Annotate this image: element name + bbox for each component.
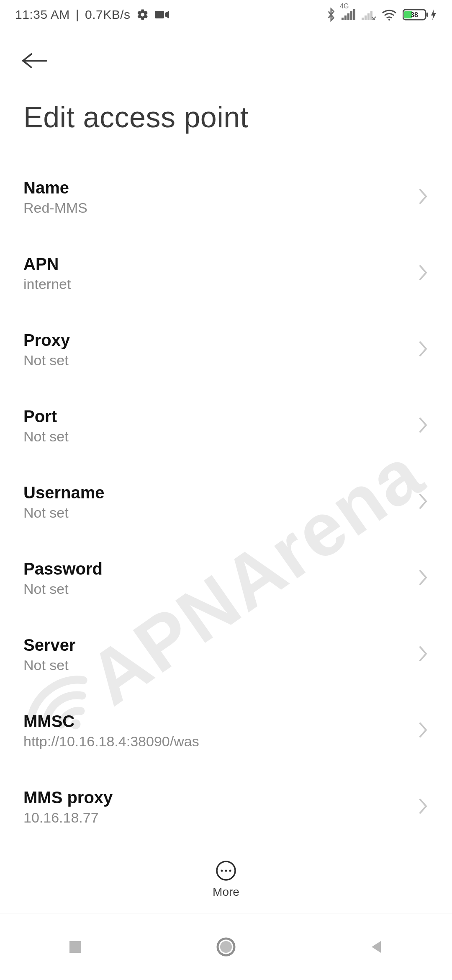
row-labels: ProxyNot set bbox=[23, 331, 70, 369]
row-name[interactable]: NameRed-MMS bbox=[23, 159, 429, 235]
row-apn[interactable]: APNinternet bbox=[23, 235, 429, 312]
row-mms-proxy[interactable]: MMS proxy10.16.18.77 bbox=[23, 769, 429, 845]
svg-point-19 bbox=[229, 870, 231, 872]
row-password[interactable]: PasswordNot set bbox=[23, 540, 429, 616]
row-server[interactable]: ServerNot set bbox=[23, 616, 429, 693]
svg-point-22 bbox=[220, 941, 232, 953]
more-icon bbox=[216, 860, 236, 881]
row-labels: PortNot set bbox=[23, 407, 69, 445]
row-labels: MMSChttp://10.16.18.4:38090/was bbox=[23, 712, 199, 750]
battery-indicator: 38 bbox=[403, 8, 437, 21]
arrow-left-icon bbox=[21, 52, 48, 69]
navigation-bar bbox=[0, 913, 452, 980]
row-value: Not set bbox=[23, 352, 70, 369]
row-value: internet bbox=[23, 276, 71, 292]
more-label: More bbox=[213, 885, 239, 899]
row-value: Not set bbox=[23, 581, 103, 597]
bluetooth-icon bbox=[326, 8, 336, 22]
back-button[interactable] bbox=[20, 46, 49, 75]
row-label: Server bbox=[23, 636, 76, 655]
row-label: APN bbox=[23, 255, 71, 273]
more-button[interactable]: More bbox=[213, 860, 239, 899]
row-label: Proxy bbox=[23, 331, 70, 350]
svg-rect-3 bbox=[347, 13, 349, 20]
row-proxy[interactable]: ProxyNot set bbox=[23, 312, 429, 388]
row-value: http://10.16.18.4:38090/was bbox=[23, 733, 199, 750]
svg-rect-4 bbox=[350, 11, 352, 20]
svg-point-18 bbox=[225, 870, 227, 872]
svg-rect-2 bbox=[344, 15, 347, 20]
row-label: MMSC bbox=[23, 712, 199, 731]
row-value: Not set bbox=[23, 505, 104, 521]
wifi-icon bbox=[382, 9, 397, 21]
svg-point-17 bbox=[221, 870, 223, 872]
row-username[interactable]: UsernameNot set bbox=[23, 464, 429, 540]
row-label: Username bbox=[23, 483, 104, 502]
row-labels: UsernameNot set bbox=[23, 483, 104, 521]
chevron-right-icon bbox=[418, 492, 429, 512]
charging-icon bbox=[430, 8, 437, 21]
status-left: 11:35 AM | 0.7KB/s bbox=[15, 8, 169, 22]
page-title: Edit access point bbox=[0, 84, 452, 159]
row-labels: ServerNot set bbox=[23, 636, 76, 673]
row-label: MMS proxy bbox=[23, 788, 113, 807]
svg-rect-13 bbox=[426, 13, 428, 17]
row-value: 10.16.18.77 bbox=[23, 810, 113, 826]
triangle-left-icon bbox=[368, 939, 385, 955]
row-value: Not set bbox=[23, 657, 76, 673]
svg-rect-5 bbox=[353, 9, 355, 20]
header bbox=[0, 29, 452, 84]
status-sep: | bbox=[76, 8, 79, 22]
nav-back-button[interactable] bbox=[360, 930, 393, 964]
gear-icon bbox=[136, 8, 149, 21]
circle-icon bbox=[216, 937, 236, 957]
svg-rect-1 bbox=[342, 18, 344, 20]
settings-list: NameRed-MMSAPNinternetProxyNot setPortNo… bbox=[0, 159, 452, 845]
status-time: 11:35 AM bbox=[15, 8, 70, 22]
signal-label: 4G bbox=[340, 3, 349, 10]
row-labels: APNinternet bbox=[23, 255, 71, 292]
battery-pct: 38 bbox=[411, 11, 418, 18]
row-label: Name bbox=[23, 178, 87, 197]
chevron-right-icon bbox=[418, 721, 429, 741]
status-bar: 11:35 AM | 0.7KB/s 4G bbox=[0, 0, 452, 29]
square-icon bbox=[67, 939, 84, 955]
bottom-toolbar: More bbox=[0, 846, 452, 913]
row-value: Not set bbox=[23, 428, 69, 445]
svg-rect-7 bbox=[365, 15, 367, 20]
row-label: Password bbox=[23, 560, 103, 578]
chevron-right-icon bbox=[418, 340, 429, 360]
row-label: Port bbox=[23, 407, 69, 426]
videocam-icon bbox=[155, 10, 169, 20]
signal-4g-icon: 4G bbox=[342, 9, 356, 20]
signal-2-icon bbox=[362, 9, 376, 20]
chevron-right-icon bbox=[418, 645, 429, 665]
nav-home-button[interactable] bbox=[209, 930, 243, 964]
svg-rect-8 bbox=[367, 13, 370, 20]
status-net-speed: 0.7KB/s bbox=[85, 8, 131, 22]
svg-rect-9 bbox=[370, 11, 372, 20]
chevron-right-icon bbox=[418, 416, 429, 436]
svg-point-10 bbox=[388, 19, 390, 21]
row-mmsc[interactable]: MMSChttp://10.16.18.4:38090/was bbox=[23, 693, 429, 769]
row-labels: PasswordNot set bbox=[23, 560, 103, 597]
chevron-right-icon bbox=[418, 568, 429, 588]
nav-recent-button[interactable] bbox=[59, 930, 92, 964]
row-port[interactable]: PortNot set bbox=[23, 388, 429, 464]
svg-rect-20 bbox=[69, 941, 81, 953]
svg-rect-6 bbox=[362, 18, 364, 20]
status-right: 4G 38 bbox=[326, 8, 437, 22]
svg-rect-0 bbox=[155, 11, 164, 18]
row-labels: MMS proxy10.16.18.77 bbox=[23, 788, 113, 826]
chevron-right-icon bbox=[418, 187, 429, 207]
chevron-right-icon bbox=[418, 263, 429, 284]
chevron-right-icon bbox=[418, 797, 429, 817]
row-value: Red-MMS bbox=[23, 200, 87, 216]
row-labels: NameRed-MMS bbox=[23, 178, 87, 216]
